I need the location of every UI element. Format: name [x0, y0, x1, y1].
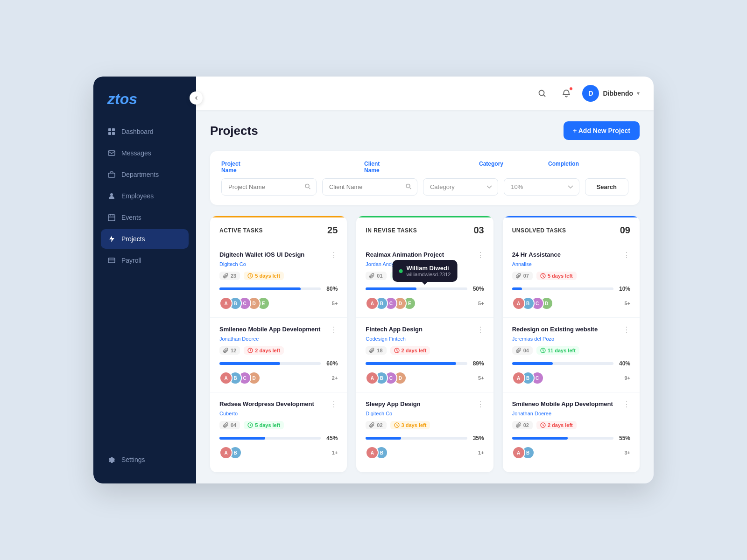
card-footer: AB 1+: [219, 446, 338, 459]
sidebar-item-events[interactable]: Events: [101, 208, 189, 227]
filters-row: Category Web Mobile Design 10% 25% 50% 7…: [221, 178, 628, 196]
days-left-tag: 2 days left: [536, 421, 577, 429]
card-menu-button[interactable]: ⋮: [473, 400, 484, 409]
card-menu-button[interactable]: ⋮: [619, 325, 630, 334]
task-columns-grid: ACTIVE TASKS 25 Digitech Wallet iOS UI D…: [210, 216, 640, 472]
tooltip-name: William Diwedi: [407, 265, 451, 272]
card-footer: ABCD 2+: [219, 371, 338, 385]
card-menu-button[interactable]: ⋮: [473, 325, 484, 334]
sidebar-item-messages[interactable]: Messages: [101, 143, 189, 163]
sidebar-item-employees[interactable]: Employees: [101, 186, 189, 206]
progress-fill: [512, 437, 568, 440]
completion-label: Completion: [548, 161, 579, 174]
avatar-group: AB: [512, 446, 531, 459]
sidebar-label-departments: Departments: [121, 171, 159, 178]
sidebar-label-projects: Projects: [121, 235, 145, 243]
card-top: Realmax Animation Project ⋮: [366, 251, 484, 259]
search-topbar-button[interactable]: [534, 85, 550, 102]
avatar: A: [512, 297, 525, 310]
sidebar-item-payroll[interactable]: Payroll: [101, 251, 189, 270]
attachments-tag: 02: [512, 421, 533, 429]
column-count: 03: [473, 225, 484, 236]
card-footer: ABCD 5+: [512, 297, 630, 310]
card-menu-button[interactable]: ⋮: [326, 325, 338, 334]
task-card: Redsea Wordpress Development ⋮ Cuberto 0…: [210, 392, 347, 467]
credit-card-icon: [107, 256, 116, 265]
task-card: 24 Hr Assistance ⋮ Annalise 07 5 days le…: [503, 243, 640, 318]
progress-bar: [219, 362, 321, 365]
card-menu-button[interactable]: ⋮: [473, 251, 484, 259]
card-menu-button[interactable]: ⋮: [619, 251, 630, 259]
sidebar-item-settings[interactable]: Settings: [101, 450, 189, 469]
progress-row: 60%: [219, 360, 338, 367]
category-select[interactable]: Category Web Mobile Design: [423, 178, 498, 196]
card-footer: ABCDE 5+ William Diwedi williamdwiesd.23…: [366, 297, 484, 310]
card-tags: 12 2 days left: [219, 346, 338, 355]
card-title: Fintech App Design: [366, 325, 472, 334]
sidebar-bottom: Settings: [93, 450, 196, 469]
task-cards-list: 24 Hr Assistance ⋮ Annalise 07 5 days le…: [503, 243, 640, 472]
avatar-group: ABCD: [512, 297, 550, 310]
task-cards-list: Digitech Wallet iOS UI Design ⋮ Digitech…: [210, 243, 347, 472]
card-menu-button[interactable]: ⋮: [326, 251, 338, 259]
task-card: Smileneo Mobile App Development ⋮ Jonath…: [503, 392, 640, 467]
chevron-down-icon: ▾: [637, 90, 640, 97]
days-left-tag: 5 days left: [244, 272, 284, 280]
progress-row: 89%: [366, 360, 484, 367]
task-card: Realmax Animation Project ⋮ Jordan Andy …: [356, 243, 493, 318]
column-title: UNSOLVED TASKS: [512, 227, 566, 234]
project-name-search-icon: [304, 183, 311, 191]
avatar-more-count: 5+: [478, 375, 484, 381]
avatar-group: ABC: [512, 371, 540, 385]
search-button[interactable]: Search: [585, 178, 628, 196]
days-left-tag: 5 days left: [244, 421, 284, 429]
progress-row: 40%: [512, 360, 630, 367]
sidebar-item-dashboard[interactable]: Dashboard: [101, 122, 189, 141]
add-project-button[interactable]: + Add New Project: [564, 121, 640, 140]
page-header: Projects + Add New Project: [210, 121, 640, 140]
card-menu-button[interactable]: ⋮: [326, 400, 338, 409]
avatar-more-count: 2+: [332, 375, 338, 381]
card-menu-button[interactable]: ⋮: [619, 400, 630, 409]
task-column-active: ACTIVE TASKS 25 Digitech Wallet iOS UI D…: [210, 216, 347, 472]
task-card: Fintech App Design ⋮ Codesign Fintech 18…: [356, 318, 493, 392]
calendar-icon: [107, 213, 116, 222]
user-menu-button[interactable]: D Dibbendo ▾: [582, 85, 640, 102]
attachments-tag: 02: [366, 421, 386, 429]
progress-row: 55%: [512, 435, 630, 441]
progress-row: 45%: [219, 435, 338, 441]
tooltip-email: williamdwiesd.2312: [407, 272, 451, 277]
sidebar-item-departments[interactable]: Departments: [101, 165, 189, 184]
completion-select[interactable]: 10% 25% 50% 75% 100%: [504, 178, 579, 196]
sidebar-item-projects[interactable]: Projects: [101, 229, 189, 249]
progress-fill: [366, 362, 456, 365]
card-tags: 04 5 days left: [219, 421, 338, 429]
topbar: D Dibbendo ▾: [196, 77, 654, 110]
card-tags: 02 2 days left: [512, 421, 630, 429]
card-tags: 07 5 days left: [512, 272, 630, 280]
svg-rect-0: [108, 128, 111, 131]
card-client: Cuberto: [219, 411, 338, 416]
client-name-input[interactable]: [322, 178, 417, 196]
sidebar-collapse-button[interactable]: [190, 91, 203, 105]
days-left-tag: 2 days left: [244, 346, 284, 355]
task-column-revise: IN REVISE TASKS 03 Realmax Animation Pro…: [356, 216, 493, 472]
sidebar-label-dashboard: Dashboard: [121, 128, 154, 135]
project-name-input[interactable]: [221, 178, 317, 196]
progress-bar: [366, 362, 467, 365]
progress-bar: [366, 437, 467, 440]
client-name-search-icon: [405, 183, 412, 191]
progress-fill: [366, 437, 401, 440]
progress-bar: [366, 287, 467, 290]
column-title: ACTIVE TASKS: [219, 227, 263, 234]
progress-percent: 89%: [473, 360, 484, 367]
task-column-unsolved: UNSOLVED TASKS 09 24 Hr Assistance ⋮ Ann…: [503, 216, 640, 472]
progress-fill: [219, 362, 280, 365]
card-title: Realmax Animation Project: [366, 251, 472, 259]
svg-point-10: [305, 184, 309, 188]
progress-bar: [219, 287, 321, 290]
column-count: 09: [620, 225, 630, 236]
avatar-more-count: 5+: [624, 301, 630, 306]
notification-button[interactable]: [558, 85, 575, 102]
days-left-tag: 5 days left: [536, 272, 577, 280]
